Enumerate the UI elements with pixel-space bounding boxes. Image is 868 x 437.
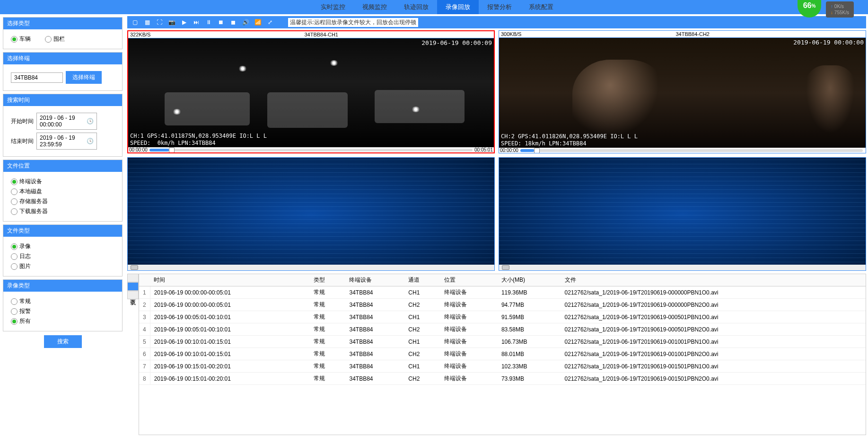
video-placeholder [128, 158, 494, 270]
radio-rectype-1[interactable]: 报警 [11, 307, 114, 315]
video-placeholder [499, 158, 866, 270]
select-terminal-button[interactable]: 选择终端 [66, 71, 102, 84]
radio-rectype-2[interactable]: 所有 [11, 317, 114, 325]
signal-icon[interactable]: 📶 [254, 18, 262, 26]
sidebar: 选择类型 车辆 围栏 选择终端 选择终端 搜索时间 开始时间 2019 - 06… [0, 14, 125, 437]
table-row[interactable]: 52019-06-19 00:10:01-00:15:01常规34TBB84CH… [139, 336, 866, 348]
radio-fileloc-3[interactable]: 下载服务器 [11, 207, 114, 215]
end-time-label: 结束时间 [11, 137, 34, 145]
table-row[interactable]: 62019-06-19 00:10:01-00:15:01常规34TBB84CH… [139, 348, 866, 360]
radio-fileloc-0[interactable]: 终端设备 [11, 178, 114, 186]
grid4-icon[interactable]: ▦ [143, 18, 151, 26]
terminal-input[interactable] [11, 72, 63, 83]
panel-search-time: 搜索时间 开始时间 2019 - 06 - 19 00:00:00🕓 结束时间 … [3, 94, 123, 157]
panel-record-type: 录像类型 常规报警所有 [3, 279, 123, 331]
panel-title: 文件类型 [3, 225, 122, 237]
table-header: 文件 [561, 274, 866, 286]
table-header: 位置 [440, 274, 498, 286]
table-row[interactable]: 42019-06-19 00:05:01-00:10:01常规34TBB84CH… [139, 323, 866, 336]
start-time-input[interactable]: 2019 - 06 - 19 00:00:00🕓 [36, 113, 97, 130]
radio-fileloc-1[interactable]: 本地磁盘 [11, 187, 114, 196]
video-grid: 322KB/S 34TBB84-CH1 2019-06-19 00:00:0 [127, 30, 866, 271]
panel-title: 搜索时间 [3, 94, 122, 106]
side-tabs: 时间文件下载 [127, 274, 139, 435]
nav-item-1[interactable]: 视频监控 [354, 0, 395, 14]
video-pane-ch2[interactable]: 300KB/S 34TBB84-CH2 2019-06-19 00:00:00 … [499, 30, 866, 153]
stopall-icon[interactable]: ◼ [229, 18, 237, 26]
volume-icon[interactable]: 🔊 [242, 18, 249, 26]
panel-select-type: 选择类型 车辆 围栏 [3, 17, 123, 49]
panel-select-terminal: 选择终端 选择终端 [3, 52, 123, 91]
panel-title: 文件位置 [3, 160, 122, 172]
table-row[interactable]: 32019-06-19 00:05:01-00:10:01常规34TBB84CH… [139, 311, 866, 323]
stop-icon[interactable]: ⏹ [217, 18, 225, 26]
table-row[interactable]: 72019-06-19 00:15:01-00:20:01常规34TBB84CH… [139, 360, 866, 373]
cpu-gauge: 66% [798, 0, 821, 18]
net-speed: ↑ 0K/s ↓ 755K/s [826, 1, 854, 18]
side-tab-2[interactable]: 下载 [127, 291, 139, 299]
nav-status: 66% ↑ 0K/s ↓ 755K/s [798, 0, 854, 21]
down-arrow-icon: ↓ [831, 10, 833, 15]
main-content: ▢ ▦ ⛶ 📷 ▶ ⏭ ⏸ ⏹ ◼ 🔊 📶 ⤢ 温馨提示:远程回放录像文件较大，… [125, 14, 868, 437]
video-title: 34TBB84-CH1 [304, 32, 338, 37]
fullscreen-icon[interactable]: ⛶ [156, 18, 163, 26]
video-progress[interactable]: 00:00:00 00:05:01 [128, 147, 494, 152]
step-icon[interactable]: ⏭ [193, 18, 200, 26]
nav-item-2[interactable]: 轨迹回放 [395, 0, 437, 14]
table-header: 通道 [404, 274, 440, 286]
nav-item-3[interactable]: 录像回放 [437, 0, 479, 14]
calendar-icon: 🕓 [87, 138, 94, 144]
search-button[interactable]: 搜索 [44, 335, 82, 348]
radio-fence[interactable]: 围栏 [45, 35, 65, 43]
radio-filetype-2[interactable]: 图片 [11, 262, 114, 270]
video-rate: 300KB/S [501, 31, 521, 37]
expand-icon[interactable]: ⤢ [266, 18, 274, 26]
video-pane-empty-3[interactable] [127, 157, 495, 271]
video-pane-ch1[interactable]: 322KB/S 34TBB84-CH1 2019-06-19 00:00:0 [127, 30, 495, 153]
video-osd: CH:1 GPS:41.011875N,028.953409E IO:L L L… [130, 133, 267, 146]
video-rate: 322KB/S [130, 32, 150, 37]
end-time-input[interactable]: 2019 - 06 - 19 23:59:59🕓 [36, 133, 97, 150]
panel-file-type: 文件类型 录像日志图片 [3, 224, 123, 276]
table-row[interactable]: 12019-06-19 00:00:00-00:05:01常规34TBB84CH… [139, 286, 866, 299]
video-osd: CH:2 GPS:41.011826N,028.953409E IO:L L L… [501, 133, 638, 147]
side-tab-0[interactable]: 时间 [127, 274, 139, 282]
nav-item-4[interactable]: 报警分析 [479, 0, 520, 14]
top-nav: 实时监控视频监控轨迹回放录像回放报警分析系统配置 66% ↑ 0K/s ↓ 75… [0, 0, 868, 14]
video-title: 34TBB84-CH2 [675, 31, 710, 37]
table-header: 终端设备 [345, 274, 404, 286]
nav-item-0[interactable]: 实时监控 [312, 0, 354, 14]
results-table: 时间类型终端设备通道位置大小(MB)文件 12019-06-19 00:00:0… [139, 274, 866, 385]
table-header: 时间 [150, 274, 310, 286]
radio-filetype-0[interactable]: 录像 [11, 242, 114, 250]
results-table-wrap: 时间类型终端设备通道位置大小(MB)文件 12019-06-19 00:00:0… [139, 274, 866, 435]
video-timestamp: 2019-06-19 00:00:00 [793, 39, 864, 46]
video-progress[interactable] [128, 265, 494, 270]
panel-title: 选择类型 [3, 18, 122, 29]
table-header: 类型 [310, 274, 346, 286]
up-arrow-icon: ↑ [831, 4, 833, 9]
camera-icon[interactable]: 📷 [168, 18, 175, 26]
play-icon[interactable]: ▶ [180, 18, 188, 26]
video-feed: 2019-06-19 00:00:00 CH:2 GPS:41.011826N,… [499, 38, 866, 148]
table-row[interactable]: 22019-06-19 00:00:00-00:05:01常规34TBB84CH… [139, 299, 866, 311]
calendar-icon: 🕓 [87, 118, 94, 125]
video-timestamp: 2019-06-19 00:00:09 [421, 39, 492, 46]
radio-fileloc-2[interactable]: 存储服务器 [11, 197, 114, 205]
toolbar-hint: 温馨提示:远程回放录像文件较大，回放会出现停顿 [288, 18, 418, 27]
grid1-icon[interactable]: ▢ [131, 18, 139, 26]
panel-title: 录像类型 [3, 280, 122, 292]
pause-icon[interactable]: ⏸ [205, 18, 212, 26]
nav-item-5[interactable]: 系统配置 [520, 0, 562, 14]
video-progress[interactable] [499, 265, 866, 270]
radio-vehicle[interactable]: 车辆 [11, 35, 31, 43]
side-tab-1[interactable]: 文件 [127, 282, 139, 291]
results-section: 时间文件下载 时间类型终端设备通道位置大小(MB)文件 12019-06-19 … [127, 274, 866, 435]
video-pane-empty-4[interactable] [499, 157, 866, 271]
table-row[interactable]: 82019-06-19 00:15:01-00:20:01常规34TBB84CH… [139, 373, 866, 385]
video-feed: 2019-06-19 00:00:09 CH:1 GPS:41.011875N,… [128, 38, 494, 147]
radio-rectype-0[interactable]: 常规 [11, 297, 114, 305]
radio-filetype-1[interactable]: 日志 [11, 252, 114, 260]
video-progress[interactable]: 00:00:00 [499, 148, 866, 153]
table-header [139, 274, 150, 286]
